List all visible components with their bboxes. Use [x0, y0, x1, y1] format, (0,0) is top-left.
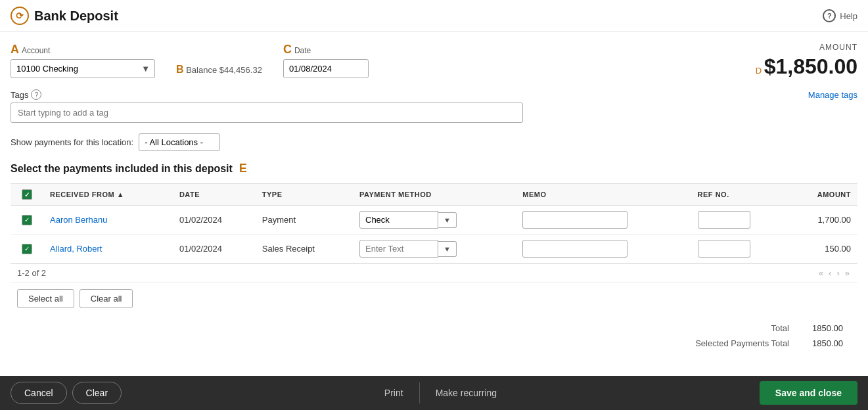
- date-label-row: C Date: [283, 43, 369, 57]
- actions-row: Select all Clear all: [11, 282, 857, 315]
- account-select-wrapper: ▼: [11, 59, 155, 78]
- account-letter: A: [11, 43, 19, 57]
- row1-pm-chevron[interactable]: ▼: [438, 212, 457, 228]
- tags-section: Tags ? Manage tags: [11, 89, 857, 123]
- total-row: Total 1850.00: [689, 321, 850, 335]
- row1-checkbox-cell: ✓: [11, 206, 43, 235]
- row2-checkbox[interactable]: ✓: [22, 244, 32, 254]
- cancel-button[interactable]: Cancel: [11, 382, 67, 404]
- col-type: TYPE: [256, 184, 353, 206]
- amount-value: $1,850.00: [764, 55, 857, 78]
- account-label-row: A Account: [11, 43, 155, 57]
- header-checkbox[interactable]: ✓: [22, 189, 32, 200]
- location-select-wrapper: - All Locations -: [139, 133, 220, 151]
- bank-deposit-icon: ⟳: [11, 7, 29, 25]
- help-button[interactable]: ? Help: [823, 9, 857, 22]
- clear-button[interactable]: Clear: [72, 382, 122, 404]
- row1-amount: 1,700.00: [788, 206, 857, 235]
- location-label: Show payments for this location:: [11, 137, 133, 147]
- payments-table: ✓ RECEIVED FROM ▲ DATE TYPE PAYMENT METH…: [11, 183, 857, 263]
- row1-memo-input[interactable]: [522, 211, 628, 229]
- row2-refno-input[interactable]: [698, 240, 750, 258]
- header: ⟳ Bank Deposit ? Help: [0, 0, 868, 32]
- total-label: Total: [689, 321, 796, 335]
- row1-received-from: Aaron Berhanu: [43, 206, 173, 235]
- pagination[interactable]: « ‹ › »: [817, 268, 851, 278]
- location-select[interactable]: - All Locations -: [139, 133, 220, 151]
- col-ref-no: REF NO.: [691, 184, 788, 206]
- date-input[interactable]: [283, 59, 369, 78]
- selected-total-label: Selected Payments Total: [689, 336, 796, 350]
- form-row-main: A Account ▼ B Balance $44,456.32: [11, 43, 857, 79]
- amount-letter: D: [756, 66, 762, 76]
- count-row: 1-2 of 2 « ‹ › »: [11, 263, 857, 282]
- location-row: Show payments for this location: - All L…: [11, 133, 857, 151]
- amount-value-display: D $1,850.00: [756, 55, 857, 79]
- select-all-button[interactable]: Select all: [17, 289, 74, 308]
- section-title-text: Select the payments included in this dep…: [11, 163, 233, 175]
- row2-amount: 150.00: [788, 235, 857, 263]
- count-label: 1-2 of 2: [17, 268, 46, 278]
- totals-section: Total 1850.00 Selected Payments Total 18…: [11, 315, 857, 357]
- page-last-icon[interactable]: »: [844, 268, 851, 278]
- col-payment-method: PAYMENT METHOD: [353, 184, 516, 206]
- row1-ref-no: [691, 206, 788, 235]
- row1-date: 01/02/2024: [173, 206, 256, 235]
- row1-checkbox[interactable]: ✓: [22, 215, 32, 225]
- section-letter: E: [239, 162, 247, 175]
- row1-type: Payment: [256, 206, 353, 235]
- row2-pm-input[interactable]: [359, 240, 438, 258]
- row2-type: Sales Receipt: [256, 235, 353, 263]
- table-row: ✓ Aaron Berhanu 01/02/2024 Payment ▼: [11, 206, 857, 235]
- page-prev-icon[interactable]: ‹: [827, 268, 833, 278]
- tags-label: Tags ?: [11, 89, 41, 100]
- page-first-icon[interactable]: «: [817, 268, 825, 278]
- save-and-close-button[interactable]: Save and close: [760, 381, 857, 405]
- table-row: ✓ Allard, Robert 01/02/2024 Sales Receip…: [11, 235, 857, 263]
- col-amount: AMOUNT: [788, 184, 857, 206]
- amount-label: AMOUNT: [756, 43, 857, 52]
- help-icon: ?: [823, 9, 836, 22]
- row2-name-link[interactable]: Allard, Robert: [50, 244, 102, 254]
- balance-value: $44,456.32: [219, 65, 262, 75]
- manage-tags-link[interactable]: Manage tags: [808, 90, 857, 100]
- row1-refno-input[interactable]: [698, 211, 750, 229]
- balance-label-text: Balance: [186, 65, 217, 75]
- row1-name-link[interactable]: Aaron Berhanu: [50, 215, 107, 225]
- selected-total-value: 1850.00: [797, 336, 850, 350]
- date-label: Date: [294, 46, 311, 55]
- make-recurring-link[interactable]: Make recurring: [420, 382, 513, 403]
- account-group: A Account ▼: [11, 43, 155, 78]
- col-received-from: RECEIVED FROM ▲: [43, 184, 173, 206]
- row1-pm-input[interactable]: [359, 211, 438, 229]
- print-link[interactable]: Print: [369, 382, 420, 403]
- tags-input[interactable]: [11, 102, 523, 123]
- balance-display: B Balance $44,456.32: [176, 58, 262, 76]
- row1-payment-method: ▼: [353, 206, 516, 235]
- row2-date: 01/02/2024: [173, 235, 256, 263]
- selected-total-row: Selected Payments Total 1850.00: [689, 336, 850, 350]
- help-label: Help: [840, 11, 857, 21]
- footer-center: Print Make recurring: [127, 382, 754, 403]
- tags-header: Tags ? Manage tags: [11, 89, 857, 100]
- row2-memo-input[interactable]: [522, 240, 628, 258]
- balance-group: B Balance $44,456.32: [176, 43, 262, 76]
- total-value: 1850.00: [797, 321, 850, 335]
- row2-ref-no: [691, 235, 788, 263]
- col-checkbox: ✓: [11, 184, 43, 206]
- row2-memo: [516, 235, 691, 263]
- totals-table: Total 1850.00 Selected Payments Total 18…: [687, 320, 851, 352]
- row2-checkbox-cell: ✓: [11, 235, 43, 263]
- row2-pm-chevron[interactable]: ▼: [438, 241, 457, 257]
- row1-memo: [516, 206, 691, 235]
- tags-help-icon[interactable]: ?: [31, 89, 41, 100]
- header-left: ⟳ Bank Deposit: [11, 7, 118, 25]
- row2-payment-method: ▼: [353, 235, 516, 263]
- account-input[interactable]: [11, 59, 155, 78]
- balance-letter: B: [176, 64, 184, 75]
- table-header-row: ✓ RECEIVED FROM ▲ DATE TYPE PAYMENT METH…: [11, 184, 857, 206]
- clear-all-button[interactable]: Clear all: [80, 289, 133, 308]
- page-next-icon[interactable]: ›: [835, 268, 840, 278]
- row2-received-from: Allard, Robert: [43, 235, 173, 263]
- col-memo: MEMO: [516, 184, 691, 206]
